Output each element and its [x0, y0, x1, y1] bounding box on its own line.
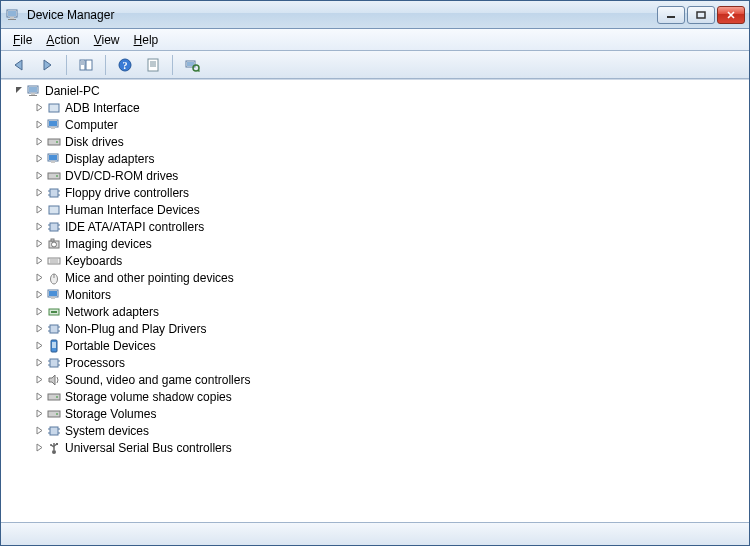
app-icon: [5, 7, 21, 23]
tree-item[interactable]: Disk drives: [33, 133, 749, 150]
svg-rect-26: [49, 121, 57, 126]
tree-item[interactable]: ADB Interface: [33, 99, 749, 116]
svg-point-80: [52, 450, 56, 454]
svg-rect-66: [50, 359, 58, 367]
tree-item[interactable]: Mice and other pointing devices: [33, 269, 749, 286]
svg-point-84: [50, 444, 52, 446]
menu-file[interactable]: File: [7, 31, 38, 49]
svg-rect-58: [51, 311, 57, 313]
tree-item[interactable]: System devices: [33, 422, 749, 439]
tree-item[interactable]: Storage volume shadow copies: [33, 388, 749, 405]
toolbar-separator: [66, 55, 67, 75]
tree-item[interactable]: Human Interface Devices: [33, 201, 749, 218]
tree-item[interactable]: Portable Devices: [33, 337, 749, 354]
device-category-icon: [46, 185, 62, 201]
tree-item[interactable]: Non-Plug and Play Drivers: [33, 320, 749, 337]
tree-item-label: Universal Serial Bus controllers: [65, 441, 232, 455]
expand-arrow-icon[interactable]: [33, 221, 45, 233]
expand-arrow-icon[interactable]: [33, 425, 45, 437]
collapse-arrow-icon[interactable]: [13, 85, 25, 97]
close-button[interactable]: [717, 6, 745, 24]
menu-help[interactable]: Help: [128, 31, 165, 49]
toolbar: ?: [1, 51, 749, 79]
tree-item-label: DVD/CD-ROM drives: [65, 169, 178, 183]
help-button[interactable]: ?: [113, 54, 137, 76]
expand-arrow-icon[interactable]: [33, 187, 45, 199]
device-category-icon: [46, 151, 62, 167]
svg-rect-27: [51, 127, 55, 129]
device-category-icon: [46, 440, 62, 456]
tree-item[interactable]: IDE ATA/ATAPI controllers: [33, 218, 749, 235]
device-tree[interactable]: Daniel-PC ADB InterfaceComputerDisk driv…: [1, 79, 749, 520]
expand-arrow-icon[interactable]: [33, 204, 45, 216]
tree-item[interactable]: Computer: [33, 116, 749, 133]
tree-item[interactable]: Keyboards: [33, 252, 749, 269]
statusbar: [1, 522, 749, 545]
device-category-icon: [46, 100, 62, 116]
tree-item-label: Non-Plug and Play Drivers: [65, 322, 206, 336]
svg-rect-49: [48, 258, 60, 264]
show-hide-tree-button[interactable]: [74, 54, 98, 76]
expand-arrow-icon[interactable]: [33, 170, 45, 182]
computer-icon: [26, 83, 42, 99]
tree-item[interactable]: Imaging devices: [33, 235, 749, 252]
svg-point-72: [56, 396, 58, 398]
expand-arrow-icon[interactable]: [33, 289, 45, 301]
tree-item[interactable]: Network adapters: [33, 303, 749, 320]
svg-rect-85: [56, 443, 58, 445]
tree-item[interactable]: Universal Serial Bus controllers: [33, 439, 749, 456]
svg-rect-5: [697, 12, 705, 18]
tree-item[interactable]: Processors: [33, 354, 749, 371]
expand-arrow-icon[interactable]: [33, 136, 45, 148]
menu-action[interactable]: Action: [40, 31, 85, 49]
tree-root-node[interactable]: Daniel-PC: [13, 82, 749, 99]
svg-rect-65: [52, 342, 56, 348]
titlebar[interactable]: Device Manager: [1, 1, 749, 29]
back-button[interactable]: [7, 54, 31, 76]
expand-arrow-icon[interactable]: [33, 340, 45, 352]
expand-arrow-icon[interactable]: [33, 153, 45, 165]
svg-point-47: [52, 242, 57, 247]
expand-arrow-icon[interactable]: [33, 391, 45, 403]
expand-arrow-icon[interactable]: [33, 442, 45, 454]
menu-view[interactable]: View: [88, 31, 126, 49]
tree-item-label: Disk drives: [65, 135, 124, 149]
svg-rect-56: [51, 297, 55, 299]
device-category-icon: [46, 338, 62, 354]
svg-point-74: [56, 413, 58, 415]
expand-arrow-icon[interactable]: [33, 306, 45, 318]
tree-item[interactable]: DVD/CD-ROM drives: [33, 167, 749, 184]
svg-text:?: ?: [123, 60, 128, 71]
expand-arrow-icon[interactable]: [33, 272, 45, 284]
tree-item[interactable]: Floppy drive controllers: [33, 184, 749, 201]
tree-item[interactable]: Storage Volumes: [33, 405, 749, 422]
expand-arrow-icon[interactable]: [33, 323, 45, 335]
device-category-icon: [46, 219, 62, 235]
tree-item[interactable]: Display adapters: [33, 150, 749, 167]
expand-arrow-icon[interactable]: [33, 238, 45, 250]
device-category-icon: [46, 287, 62, 303]
forward-button[interactable]: [35, 54, 59, 76]
tree-item-label: Sound, video and game controllers: [65, 373, 250, 387]
svg-rect-12: [148, 59, 158, 71]
svg-rect-32: [51, 161, 55, 163]
scan-hardware-button[interactable]: [180, 54, 204, 76]
tree-item[interactable]: Sound, video and game controllers: [33, 371, 749, 388]
tree-item-label: Floppy drive controllers: [65, 186, 189, 200]
expand-arrow-icon[interactable]: [33, 357, 45, 369]
window-controls: [655, 6, 745, 24]
svg-rect-1: [8, 11, 16, 16]
svg-rect-4: [667, 16, 675, 18]
expand-arrow-icon[interactable]: [33, 374, 45, 386]
expand-arrow-icon[interactable]: [33, 119, 45, 131]
toolbar-separator: [172, 55, 173, 75]
device-category-icon: [46, 406, 62, 422]
properties-button[interactable]: [141, 54, 165, 76]
maximize-button[interactable]: [687, 6, 715, 24]
expand-arrow-icon[interactable]: [33, 102, 45, 114]
expand-arrow-icon[interactable]: [33, 408, 45, 420]
tree-item[interactable]: Monitors: [33, 286, 749, 303]
expand-arrow-icon[interactable]: [33, 255, 45, 267]
minimize-button[interactable]: [657, 6, 685, 24]
toolbar-separator: [105, 55, 106, 75]
